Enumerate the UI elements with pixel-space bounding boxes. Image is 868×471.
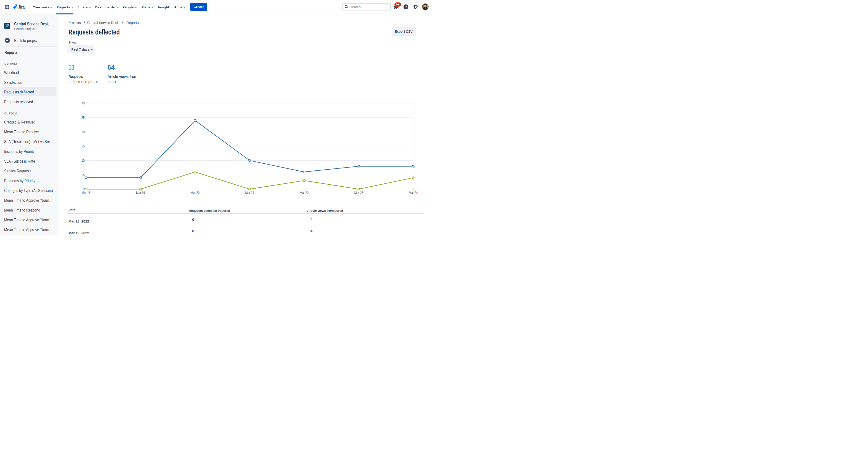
svg-text:10: 10 [82, 158, 85, 163]
svg-text:Mar 19: Mar 19 [136, 191, 145, 195]
svg-text:Mar 23: Mar 23 [354, 191, 363, 195]
svg-text:Mar 24: Mar 24 [409, 191, 417, 195]
svg-text:0: 0 [83, 187, 85, 191]
svg-text:Mar 22: Mar 22 [300, 191, 309, 195]
svg-text:Mar 18: Mar 18 [82, 191, 90, 195]
svg-text:30: 30 [82, 101, 85, 105]
svg-text:15: 15 [82, 144, 85, 148]
svg-text:5: 5 [83, 173, 85, 177]
svg-text:20: 20 [82, 130, 85, 134]
svg-text:25: 25 [82, 116, 85, 120]
svg-text:Mar 21: Mar 21 [245, 191, 254, 195]
svg-text:Mar 20: Mar 20 [191, 191, 199, 195]
